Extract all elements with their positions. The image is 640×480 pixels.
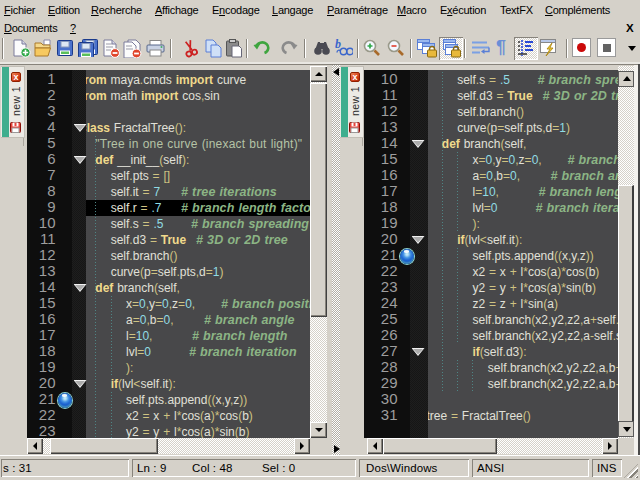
svg-text:b: b — [335, 38, 341, 51]
